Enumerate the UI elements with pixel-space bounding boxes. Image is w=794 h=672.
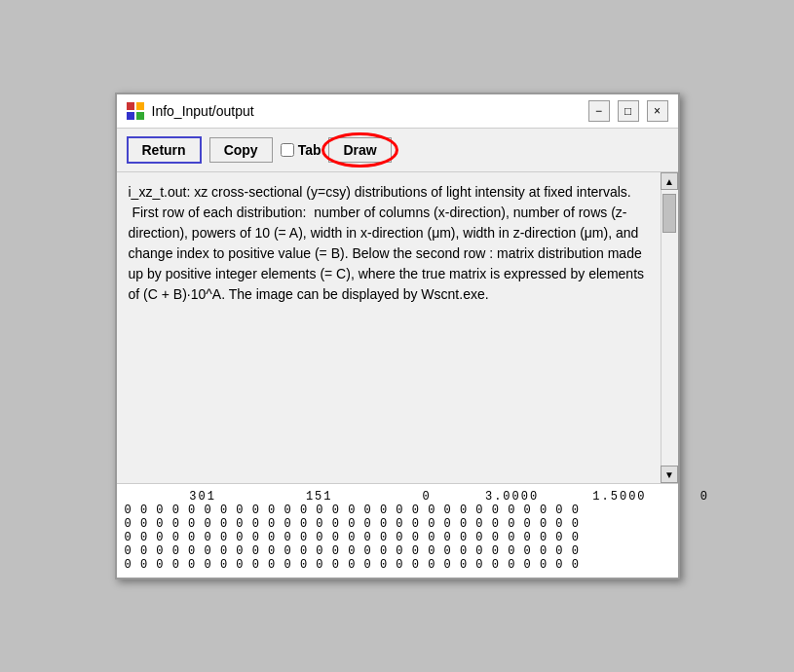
draw-button[interactable]: Draw bbox=[328, 137, 391, 163]
maximize-button[interactable]: □ bbox=[618, 100, 639, 122]
tab-checkbox-area: Tab bbox=[281, 142, 321, 158]
main-window: Info_Input/output − □ × Return Copy Tab … bbox=[115, 93, 680, 579]
scroll-thumb[interactable] bbox=[662, 194, 676, 233]
title-controls: − □ × bbox=[588, 100, 668, 122]
data-row-1: 0 0 0 0 0 0 0 0 0 0 0 0 0 0 0 0 0 0 0 0 … bbox=[125, 504, 670, 517]
close-button[interactable]: × bbox=[647, 100, 668, 122]
data-row-2: 0 0 0 0 0 0 0 0 0 0 0 0 0 0 0 0 0 0 0 0 … bbox=[125, 517, 670, 531]
scroll-up-button[interactable]: ▲ bbox=[661, 172, 678, 190]
minimize-button[interactable]: − bbox=[588, 100, 610, 122]
draw-label: Draw bbox=[343, 142, 376, 158]
svg-rect-2 bbox=[127, 112, 134, 120]
scrollbar: ▲ ▼ bbox=[661, 172, 678, 483]
title-bar: Info_Input/output − □ × bbox=[117, 94, 678, 129]
svg-rect-3 bbox=[136, 112, 144, 120]
copy-button[interactable]: Copy bbox=[209, 137, 273, 163]
data-row-3: 0 0 0 0 0 0 0 0 0 0 0 0 0 0 0 0 0 0 0 0 … bbox=[125, 531, 670, 544]
info-text: i_xz_t.out: xz cross-sectional (y=csy) d… bbox=[117, 172, 661, 483]
svg-rect-1 bbox=[136, 102, 144, 110]
data-header-row: 301 151 0 3.0000 1.5000 0 bbox=[125, 490, 670, 504]
svg-rect-0 bbox=[127, 102, 134, 110]
app-icon bbox=[127, 102, 144, 120]
scroll-down-button[interactable]: ▼ bbox=[661, 466, 678, 483]
main-content: i_xz_t.out: xz cross-sectional (y=csy) d… bbox=[117, 172, 678, 578]
data-section: 301 151 0 3.0000 1.5000 0 0 0 0 0 0 0 0 … bbox=[117, 484, 678, 578]
toolbar: Return Copy Tab Draw bbox=[117, 129, 678, 172]
data-row-4: 0 0 0 0 0 0 0 0 0 0 0 0 0 0 0 0 0 0 0 0 … bbox=[125, 544, 670, 558]
info-paragraph: i_xz_t.out: xz cross-sectional (y=csy) d… bbox=[129, 182, 649, 305]
window-title: Info_Input/output bbox=[152, 103, 254, 119]
tab-checkbox[interactable] bbox=[281, 143, 294, 157]
data-row-5: 0 0 0 0 0 0 0 0 0 0 0 0 0 0 0 0 0 0 0 0 … bbox=[125, 558, 670, 572]
tab-label: Tab bbox=[298, 142, 321, 158]
text-scroll-container: i_xz_t.out: xz cross-sectional (y=csy) d… bbox=[117, 172, 678, 484]
return-button[interactable]: Return bbox=[127, 136, 202, 164]
title-bar-left: Info_Input/output bbox=[127, 102, 254, 120]
